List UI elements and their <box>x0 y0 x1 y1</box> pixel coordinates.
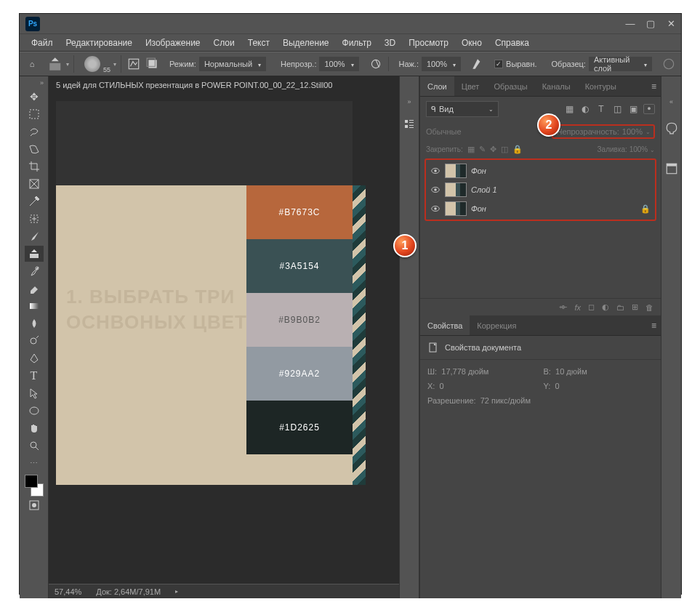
mask-icon[interactable]: ◻ <box>588 302 595 312</box>
visibility-icon[interactable] <box>430 204 440 214</box>
color-swatches[interactable] <box>25 475 44 497</box>
adjustment-icon[interactable]: ◐ <box>602 302 609 312</box>
minimize-button[interactable]: — <box>620 16 640 32</box>
link-layers-icon[interactable]: ⬲ <box>559 303 567 312</box>
move-tool[interactable]: ✥ <box>25 89 44 105</box>
collapse-rail-icon[interactable]: « <box>669 98 673 108</box>
menu-image[interactable]: Изображение <box>140 36 206 49</box>
tab-paths[interactable]: Контуры <box>578 76 624 96</box>
brush-tool[interactable] <box>25 228 44 244</box>
shape-tool[interactable] <box>25 403 44 419</box>
filter-shape-icon[interactable]: ◫ <box>611 104 623 114</box>
brush-panel-icon[interactable] <box>127 57 140 71</box>
aligned-checkbox[interactable]: ✓ <box>494 60 503 68</box>
quick-mask-toggle[interactable] <box>25 497 44 513</box>
menu-select[interactable]: Выделение <box>277 36 335 49</box>
document-tab[interactable]: 5 идей для СТИЛЬНЫХ презентация в POWER … <box>49 76 339 94</box>
menu-3d[interactable]: 3D <box>379 36 401 49</box>
home-icon[interactable]: ⌂ <box>25 57 39 71</box>
group-icon[interactable]: 🗀 <box>616 303 624 312</box>
filter-adjust-icon[interactable]: ◐ <box>579 104 591 114</box>
maximize-button[interactable]: ▢ <box>640 16 661 32</box>
menu-file[interactable]: Файл <box>25 36 59 49</box>
hand-tool[interactable] <box>25 420 44 436</box>
filter-smart-icon[interactable]: ▣ <box>627 104 639 114</box>
clone-source-icon[interactable] <box>146 57 159 71</box>
history-panel-icon[interactable] <box>403 118 416 130</box>
crop-tool[interactable] <box>25 158 44 174</box>
panel-menu-icon[interactable]: ≡ <box>651 321 656 331</box>
learn-panel-icon[interactable] <box>664 121 679 134</box>
dodge-tool[interactable] <box>25 333 44 349</box>
tab-adjustments[interactable]: Коррекция <box>470 315 523 335</box>
menu-filter[interactable]: Фильтр <box>337 36 377 49</box>
menu-type[interactable]: Текст <box>242 36 275 49</box>
menu-view[interactable]: Просмотр <box>403 36 454 49</box>
fill-opacity-field[interactable]: Заливка: 100% ⌄ <box>598 145 655 153</box>
filter-toggle-icon[interactable]: ● <box>643 104 655 114</box>
pressure-opacity-icon[interactable] <box>369 57 382 71</box>
visibility-icon[interactable] <box>430 185 440 195</box>
layer-kind-select[interactable]: ᑫ Вид⌄ <box>426 101 499 117</box>
layer-name[interactable]: Фон <box>471 166 486 175</box>
frame-tool[interactable] <box>25 176 44 192</box>
tab-swatches[interactable]: Образцы <box>486 76 534 96</box>
tab-channels[interactable]: Каналы <box>535 76 578 96</box>
zoom-tool[interactable] <box>25 438 44 454</box>
eyedropper-tool[interactable] <box>25 193 44 209</box>
menu-window[interactable]: Окно <box>456 36 488 49</box>
clone-stamp-tool[interactable] <box>25 246 44 262</box>
edit-toolbar[interactable]: ⋯ <box>25 455 44 471</box>
airbrush-icon[interactable] <box>471 57 484 71</box>
menu-edit[interactable]: Редактирование <box>60 36 138 49</box>
path-select-tool[interactable] <box>25 385 44 401</box>
new-layer-icon[interactable]: ⊞ <box>632 302 638 312</box>
layer-row[interactable]: Фон 🔒 <box>426 199 655 218</box>
delete-layer-icon[interactable]: 🗑 <box>645 303 653 312</box>
tab-properties[interactable]: Свойства <box>420 315 470 335</box>
sample-select[interactable]: Активный слой <box>589 57 652 71</box>
history-brush-tool[interactable] <box>25 263 44 279</box>
layer-row[interactable]: Слой 1 <box>426 180 655 199</box>
eraser-tool[interactable] <box>25 281 44 297</box>
blend-mode-select[interactable]: Нормальный <box>199 57 266 71</box>
menu-help[interactable]: Справка <box>489 36 535 49</box>
layer-row[interactable]: Фон <box>426 161 655 180</box>
panel-menu-icon[interactable]: ≡ <box>651 81 656 92</box>
gradient-tool[interactable] <box>25 298 44 314</box>
type-tool[interactable]: T <box>25 368 44 384</box>
filter-pixel-icon[interactable]: ▦ <box>563 104 575 114</box>
menu-layer[interactable]: Слои <box>208 36 241 49</box>
blur-tool[interactable] <box>25 315 44 331</box>
healing-brush-tool[interactable] <box>25 211 44 227</box>
fx-icon[interactable]: fx <box>574 303 581 312</box>
tab-color[interactable]: Цвет <box>454 76 487 96</box>
zoom-level[interactable]: 57,44% <box>55 587 81 596</box>
tab-layers[interactable]: Слои <box>420 76 454 96</box>
collapse-dock-icon[interactable]: » <box>407 98 411 108</box>
libraries-panel-icon[interactable] <box>664 162 679 175</box>
blend-normal-label[interactable]: Обычные <box>426 127 462 136</box>
canvas-area[interactable]: 1. ВЫБРАТЬ ТРИ ОСНВОНЫХ ЦВЕТА #B7673C #3… <box>49 94 399 584</box>
flow-select[interactable]: 100% <box>422 57 461 71</box>
opacity-select[interactable]: 100% <box>319 57 358 71</box>
lock-all-icon[interactable]: 🔒 <box>512 145 523 154</box>
lock-paint-icon[interactable]: ✎ <box>479 145 486 154</box>
layer-name[interactable]: Слой 1 <box>471 185 497 194</box>
close-button[interactable]: ✕ <box>661 16 681 32</box>
pressure-size-icon[interactable] <box>662 57 675 71</box>
filter-type-icon[interactable]: T <box>595 104 607 114</box>
lock-artboard-icon[interactable]: ◫ <box>501 145 508 154</box>
collapse-tools-icon[interactable]: » <box>20 78 48 88</box>
brush-preview[interactable] <box>84 56 100 72</box>
lock-pixels-icon[interactable]: ▦ <box>467 145 475 154</box>
visibility-icon[interactable] <box>430 166 440 176</box>
lock-position-icon[interactable]: ✥ <box>490 145 496 154</box>
status-caret-icon[interactable]: ▸ <box>175 588 178 595</box>
pen-tool[interactable] <box>25 350 44 366</box>
layer-name[interactable]: Фон <box>471 204 486 213</box>
marquee-tool[interactable] <box>25 106 44 122</box>
lasso-tool[interactable] <box>25 124 44 140</box>
quick-select-tool[interactable] <box>25 141 44 157</box>
foreground-color[interactable] <box>25 475 38 488</box>
